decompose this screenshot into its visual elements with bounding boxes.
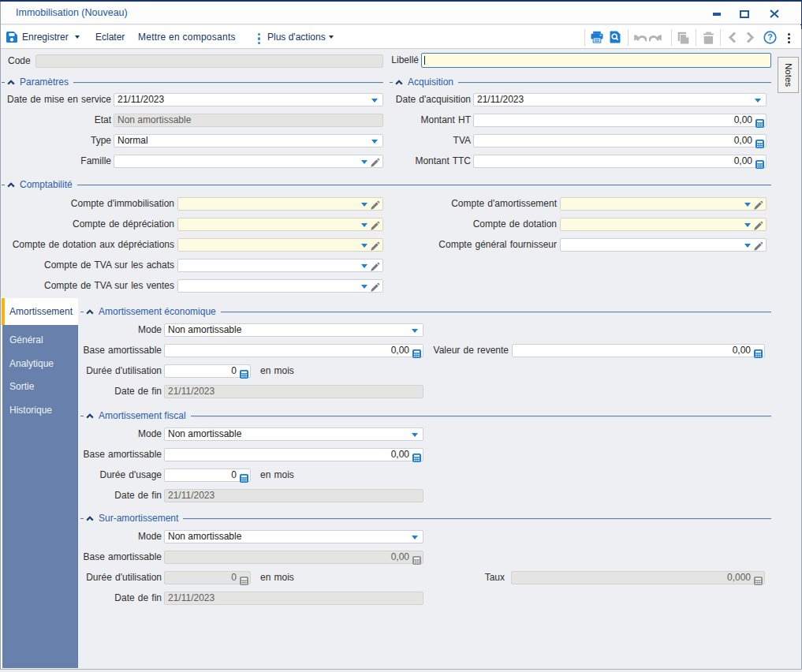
- svg-text:?: ?: [767, 32, 772, 42]
